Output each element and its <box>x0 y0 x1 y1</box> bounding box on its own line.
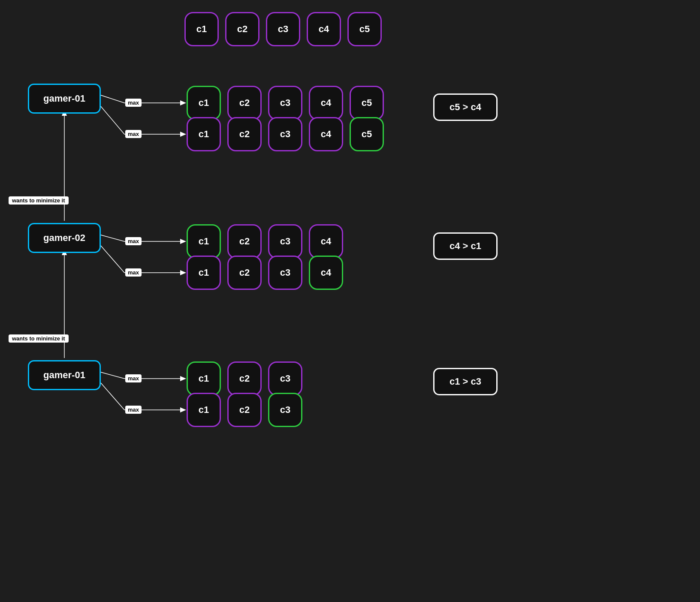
top-row-c5: c5 <box>347 12 382 46</box>
gamer-box-3: gamer-01 <box>28 360 101 390</box>
max-label-1-2: max <box>125 130 142 138</box>
s3-r2-c1: c1 <box>187 393 221 427</box>
max-label-2-2: max <box>125 268 142 277</box>
top-row-c1: c1 <box>184 12 219 46</box>
s1-r1-c4: c4 <box>309 86 343 120</box>
s3-r1-c2: c2 <box>227 361 262 396</box>
canvas: c1 c2 c3 c4 c5 gamer-01 max max c1 c2 c3… <box>0 0 700 602</box>
svg-marker-14 <box>180 376 186 381</box>
s2-r1-c3: c3 <box>268 224 302 259</box>
s3-r2-c2: c2 <box>227 393 262 427</box>
s1-r2-c3: c3 <box>268 117 302 151</box>
svg-line-3 <box>101 106 124 134</box>
s3-r1-c3: c3 <box>268 361 302 396</box>
minimize-label-2: wants to minimize it <box>9 334 69 343</box>
s1-r2-c5: c5 <box>350 117 384 151</box>
s2-r2-c2: c2 <box>227 256 262 290</box>
s1-r1-c5: c5 <box>350 86 384 120</box>
gamer-box-1: gamer-01 <box>28 84 101 114</box>
svg-line-6 <box>101 235 124 241</box>
max-label-3-1: max <box>125 374 142 382</box>
max-label-3-2: max <box>125 406 142 414</box>
svg-marker-17 <box>180 407 186 412</box>
s2-r2-c3: c3 <box>268 256 302 290</box>
top-row-c4: c4 <box>307 12 341 46</box>
s2-r1-c2: c2 <box>227 224 262 259</box>
s2-r1-c4: c4 <box>309 224 343 259</box>
s1-r2-c4: c4 <box>309 117 343 151</box>
top-row-c3: c3 <box>266 12 300 46</box>
s2-r1-c1: c1 <box>187 224 221 259</box>
svg-marker-2 <box>180 100 186 105</box>
s1-r1-c3: c3 <box>268 86 302 120</box>
s1-r1-c1: c1 <box>187 86 221 120</box>
gamer-box-2: gamer-02 <box>28 223 101 253</box>
s2-r2-c1: c1 <box>187 256 221 290</box>
s3-r2-c3: c3 <box>268 393 302 427</box>
minimize-label-1: wants to minimize it <box>9 196 69 205</box>
s1-r1-c2: c2 <box>227 86 262 120</box>
result-box-3: c1 > c3 <box>433 368 498 395</box>
s1-r2-c2: c2 <box>227 117 262 151</box>
svg-marker-5 <box>180 132 186 137</box>
svg-marker-11 <box>180 270 186 275</box>
svg-line-0 <box>101 95 124 103</box>
result-box-2: c4 > c1 <box>433 232 498 260</box>
svg-line-9 <box>101 246 124 273</box>
s1-r2-c1: c1 <box>187 117 221 151</box>
svg-line-15 <box>101 383 124 410</box>
top-row-c2: c2 <box>225 12 259 46</box>
s2-r2-c4: c4 <box>309 256 343 290</box>
max-label-1-1: max <box>125 99 142 107</box>
result-box-1: c5 > c4 <box>433 93 498 121</box>
s3-r1-c1: c1 <box>187 361 221 396</box>
max-label-2-1: max <box>125 237 142 245</box>
svg-line-12 <box>101 372 124 379</box>
svg-marker-8 <box>180 239 186 244</box>
